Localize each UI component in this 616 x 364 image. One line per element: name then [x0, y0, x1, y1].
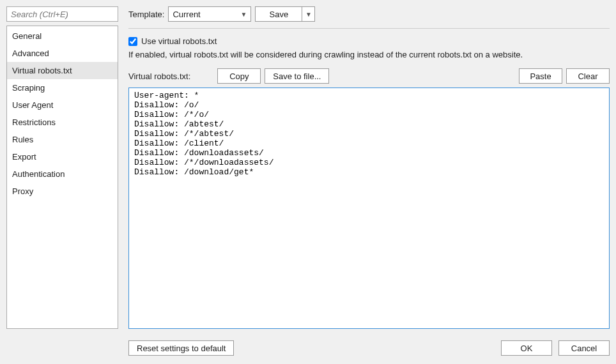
- search-input[interactable]: [6, 6, 118, 22]
- chevron-down-icon: ▼: [305, 11, 312, 18]
- use-virtual-robots-checkbox[interactable]: [128, 37, 137, 46]
- use-virtual-robots-label[interactable]: Use virtual robots.txt: [141, 36, 217, 46]
- footer: Reset settings to default OK Cancel: [6, 340, 610, 356]
- sidebar-item-restrictions[interactable]: Restrictions: [7, 114, 118, 131]
- sidebar-item-export[interactable]: Export: [7, 148, 118, 165]
- chevron-down-icon: ▼: [240, 11, 247, 18]
- save-button[interactable]: Save: [255, 6, 302, 22]
- sidebar-item-rules[interactable]: Rules: [7, 131, 118, 148]
- virtual-robots-description: If enabled, virtual robots.txt will be c…: [128, 50, 610, 59]
- sidebar-item-user-agent[interactable]: User Agent: [7, 96, 118, 114]
- save-dropdown-button[interactable]: ▼: [302, 6, 315, 22]
- sidebar-item-general[interactable]: General: [7, 27, 118, 45]
- ok-button[interactable]: OK: [501, 340, 552, 356]
- reset-settings-button[interactable]: Reset settings to default: [128, 340, 234, 356]
- sidebar-item-proxy[interactable]: Proxy: [7, 183, 118, 200]
- sidebar-item-advanced[interactable]: Advanced: [7, 45, 118, 62]
- sidebar-item-virtual-robots-txt[interactable]: Virtual robots.txt: [7, 62, 118, 79]
- template-select[interactable]: Current ▼: [168, 6, 251, 22]
- template-label: Template:: [128, 10, 164, 19]
- save-to-file-button[interactable]: Save to file...: [265, 68, 329, 84]
- use-virtual-robots-row: Use virtual robots.txt: [128, 36, 610, 46]
- nav-list: GeneralAdvancedVirtual robots.txtScrapin…: [6, 26, 118, 329]
- virtual-robots-field-label: Virtual robots.txt:: [128, 72, 190, 81]
- sidebar: GeneralAdvancedVirtual robots.txtScrapin…: [6, 6, 118, 329]
- sidebar-item-scraping[interactable]: Scraping: [7, 79, 118, 96]
- paste-button[interactable]: Paste: [519, 68, 562, 84]
- virtual-robots-tools: Virtual robots.txt: Copy Save to file...…: [128, 68, 610, 84]
- cancel-button[interactable]: Cancel: [558, 340, 610, 356]
- template-row: Template: Current ▼ Save ▼: [128, 6, 610, 22]
- virtual-robots-textarea[interactable]: [128, 87, 610, 329]
- main-panel: Template: Current ▼ Save ▼ Use virtual r…: [128, 6, 610, 329]
- sidebar-item-authentication[interactable]: Authentication: [7, 165, 118, 183]
- copy-button[interactable]: Copy: [217, 68, 261, 84]
- divider: [128, 28, 610, 29]
- template-selected-value: Current: [173, 10, 200, 19]
- save-split-button: Save ▼: [255, 6, 315, 22]
- clear-button[interactable]: Clear: [566, 68, 610, 84]
